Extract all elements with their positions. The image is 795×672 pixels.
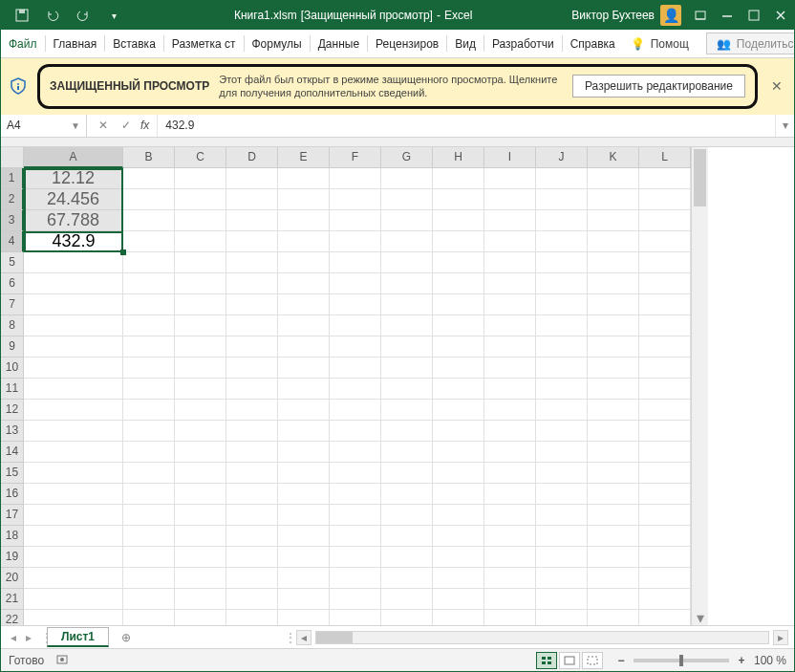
cell[interactable]	[226, 252, 278, 273]
scroll-down-icon[interactable]: ▾	[692, 610, 708, 625]
avatar[interactable]: 👤	[660, 5, 681, 26]
cell[interactable]	[24, 526, 123, 547]
select-all-corner[interactable]	[1, 147, 24, 168]
cell[interactable]	[278, 189, 330, 210]
cell[interactable]	[226, 231, 278, 252]
cell[interactable]	[278, 526, 330, 547]
ribbon-tab-4[interactable]: Формулы	[245, 30, 310, 57]
cell[interactable]	[588, 463, 639, 484]
cell[interactable]	[639, 358, 691, 379]
cell[interactable]	[484, 505, 536, 526]
cell[interactable]	[588, 400, 639, 421]
cell[interactable]	[381, 252, 433, 273]
cell[interactable]	[381, 379, 433, 400]
name-box[interactable]: A4 ▼	[1, 115, 87, 137]
cell[interactable]	[278, 568, 330, 589]
cell[interactable]	[639, 315, 691, 336]
cell[interactable]	[484, 294, 536, 315]
cell[interactable]	[433, 442, 484, 463]
cell[interactable]	[123, 231, 175, 252]
cell[interactable]	[123, 547, 175, 568]
column-header[interactable]: B	[123, 147, 175, 168]
row-header[interactable]: 18	[1, 526, 24, 547]
cell[interactable]	[484, 189, 536, 210]
cell[interactable]	[330, 505, 381, 526]
cell[interactable]	[123, 189, 175, 210]
cell[interactable]	[484, 273, 536, 294]
cell[interactable]	[278, 484, 330, 505]
cell[interactable]	[226, 421, 278, 442]
cell[interactable]	[639, 442, 691, 463]
cell[interactable]	[639, 421, 691, 442]
protected-view-message[interactable]: Этот файл был открыт в режиме защищенног…	[219, 73, 563, 100]
cell[interactable]	[639, 463, 691, 484]
cell[interactable]	[433, 273, 484, 294]
vertical-scrollbar[interactable]: ▴ ▾	[691, 147, 708, 625]
cell[interactable]	[330, 610, 381, 625]
cell[interactable]	[484, 610, 536, 625]
minimize-icon[interactable]	[714, 4, 741, 27]
cell[interactable]	[536, 400, 588, 421]
cell[interactable]	[433, 252, 484, 273]
cell[interactable]	[226, 484, 278, 505]
cell[interactable]	[536, 210, 588, 231]
cell[interactable]	[536, 610, 588, 625]
cell[interactable]	[24, 421, 123, 442]
cell[interactable]	[175, 168, 226, 189]
cell[interactable]	[123, 505, 175, 526]
cell[interactable]	[639, 294, 691, 315]
cell[interactable]	[226, 336, 278, 358]
cell[interactable]	[226, 526, 278, 547]
sheet-nav-next-icon[interactable]: ▸	[22, 631, 35, 644]
cell[interactable]	[278, 505, 330, 526]
cell[interactable]	[123, 168, 175, 189]
cell[interactable]	[123, 568, 175, 589]
cell[interactable]	[639, 610, 691, 625]
cell[interactable]	[123, 484, 175, 505]
cell[interactable]	[588, 315, 639, 336]
cell[interactable]	[381, 547, 433, 568]
cell[interactable]	[536, 505, 588, 526]
cell[interactable]	[123, 442, 175, 463]
cell[interactable]	[588, 252, 639, 273]
chevron-down-icon[interactable]: ▼	[71, 120, 80, 131]
cell[interactable]	[381, 463, 433, 484]
row-header[interactable]: 2	[1, 189, 24, 210]
cell[interactable]	[330, 336, 381, 358]
cell[interactable]	[484, 589, 536, 610]
ribbon-options-icon[interactable]	[687, 4, 714, 27]
column-header[interactable]: J	[536, 147, 588, 168]
cell[interactable]	[278, 442, 330, 463]
cell[interactable]	[123, 589, 175, 610]
cell[interactable]	[123, 358, 175, 379]
undo-icon[interactable]	[39, 4, 66, 27]
ribbon-tab-0[interactable]: Файл	[1, 30, 45, 57]
ribbon-tab-8[interactable]: Разработчи	[484, 30, 562, 57]
cell[interactable]	[433, 294, 484, 315]
cell[interactable]	[433, 400, 484, 421]
row-header[interactable]: 14	[1, 442, 24, 463]
cell[interactable]	[175, 358, 226, 379]
cell[interactable]	[536, 294, 588, 315]
cell[interactable]	[175, 484, 226, 505]
column-header[interactable]: H	[433, 147, 484, 168]
cell[interactable]	[381, 589, 433, 610]
cell[interactable]	[175, 252, 226, 273]
cell[interactable]	[588, 442, 639, 463]
cell[interactable]	[433, 315, 484, 336]
cell[interactable]	[24, 400, 123, 421]
cell[interactable]	[381, 315, 433, 336]
cell[interactable]	[24, 315, 123, 336]
cell[interactable]	[484, 252, 536, 273]
cell[interactable]	[24, 336, 123, 358]
cell[interactable]	[330, 568, 381, 589]
cell[interactable]	[381, 168, 433, 189]
row-header[interactable]: 10	[1, 358, 24, 379]
cell[interactable]	[484, 484, 536, 505]
cell[interactable]	[588, 210, 639, 231]
cell[interactable]	[278, 379, 330, 400]
cell[interactable]	[484, 568, 536, 589]
cell[interactable]	[639, 547, 691, 568]
cell[interactable]	[24, 568, 123, 589]
cell[interactable]	[433, 336, 484, 358]
